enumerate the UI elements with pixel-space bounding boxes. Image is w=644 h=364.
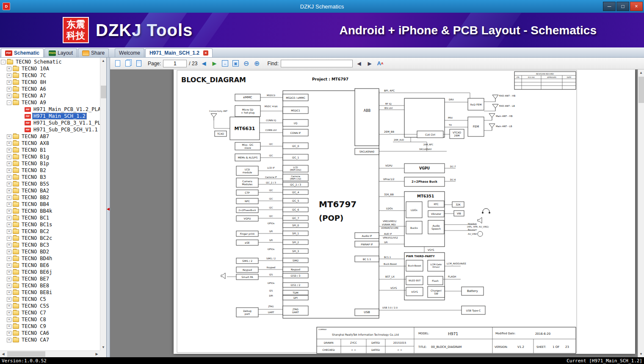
expand-toggle-icon[interactable]: + [7, 80, 11, 85]
expand-toggle-icon[interactable]: + [7, 236, 11, 241]
tree-folder-TECNO BB4k[interactable]: +TECNO BB4k [0, 208, 100, 214]
scroll-left-icon[interactable]: ◀ [0, 351, 6, 358]
tree-folder-TECNO B2[interactable]: +TECNO B2 [0, 167, 100, 174]
tree-folder-TECNO BE7[interactable]: +TECNO BE7 [0, 275, 100, 282]
fit-width-button[interactable]: ↔ [221, 59, 229, 68]
tree-item-label[interactable]: TECNO BB4k [21, 208, 53, 214]
expand-toggle-icon[interactable]: + [7, 141, 11, 146]
tree-item-label[interactable]: TECNO A6 [21, 86, 47, 92]
tree-item-label[interactable]: TECNO BB4 [21, 201, 50, 207]
next-page-button[interactable]: ▶ [210, 59, 218, 68]
expand-toggle-icon[interactable]: + [7, 222, 11, 227]
expand-toggle-icon[interactable]: + [7, 243, 11, 247]
tree-folder-TECNO A6[interactable]: +TECNO A6 [0, 86, 100, 92]
text-size-button[interactable]: AA [376, 59, 384, 68]
expand-toggle-icon[interactable]: + [7, 182, 11, 186]
tree-folder-TECNO AX8[interactable]: +TECNO AX8 [0, 140, 100, 147]
viewer-scrollbar-thumb[interactable] [638, 77, 644, 103]
tree-item-label[interactable]: H971_Sub_PCB_3_V1.1_PLACE [33, 120, 100, 126]
minimize-button[interactable]: ─ [603, 2, 616, 11]
tree-item-label[interactable]: TECNO Schematic [15, 59, 62, 65]
tree-folder-TECNO C7[interactable]: +TECNO C7 [0, 309, 100, 316]
tree-folder-TECNO B1[interactable]: +TECNO B1 [0, 147, 100, 153]
expand-toggle-icon[interactable]: + [7, 304, 11, 308]
tree-scrollbar-thumb[interactable] [101, 86, 106, 98]
tree-item-label[interactable]: TECNO C8 [21, 317, 47, 322]
tree-item-label[interactable]: H971_Sub_PCB_SCH_V1.1 [33, 127, 99, 133]
tree-item-label[interactable]: TECNO BA2 [21, 188, 50, 194]
close-tab-icon[interactable]: × [203, 50, 208, 56]
tree-item-label[interactable]: TECNO BC2 [21, 228, 50, 234]
tree-item-label[interactable]: TECNO BE8 [21, 283, 50, 289]
expand-toggle-icon[interactable]: + [7, 175, 11, 180]
close-button[interactable]: × [630, 2, 643, 11]
tree-vertical-scrollbar[interactable]: ▲ ▼ [100, 58, 106, 350]
tree-item-label[interactable]: TECNO BC1s [21, 222, 53, 228]
tree-folder-TECNO A9[interactable]: -TECNO A9 [0, 99, 100, 106]
tree-item-label[interactable]: TECNO C5S [21, 303, 50, 309]
collapse-toggle-icon[interactable]: - [7, 100, 11, 105]
scroll-up-icon[interactable]: ▲ [100, 58, 106, 64]
tree-item-label[interactable]: TECNO AX8 [21, 140, 50, 146]
tree-folder-TECNO BB4[interactable]: +TECNO BB4 [0, 201, 100, 208]
tree-file-H971_Main_PCB_V1.2_PLACEM[interactable]: PDFH971_Main_PCB_V1.2_PLACEM [0, 106, 100, 113]
expand-toggle-icon[interactable]: + [7, 94, 11, 98]
expand-toggle-icon[interactable]: + [7, 229, 11, 234]
tree-folder-TECNO 10A[interactable]: +TECNO 10A [0, 65, 100, 72]
tree-folder-TECNO B1g[interactable]: +TECNO B1g [0, 153, 100, 160]
maximize-button[interactable]: □ [616, 2, 629, 11]
tree-item-label[interactable]: TECNO 10A [21, 66, 50, 72]
expand-toggle-icon[interactable]: + [7, 283, 11, 288]
tree-folder-TECNO A7[interactable]: +TECNO A7 [0, 92, 100, 99]
tree-item-label[interactable]: TECNO B1 [21, 147, 47, 153]
expand-toggle-icon[interactable]: + [7, 250, 11, 254]
single-page-view-button[interactable] [113, 59, 122, 68]
ribbon-tab-layout[interactable]: PADSLayout [44, 48, 77, 57]
ribbon-tab-schematic[interactable]: PDFSchematic [1, 48, 44, 57]
expand-toggle-icon[interactable]: + [7, 256, 11, 261]
tree-item-label[interactable]: H971_Main_PCB_V1.2_PLACEM [33, 106, 100, 112]
tree-item-label[interactable]: TECNO B3 [21, 174, 47, 180]
tree-folder-TECNO BB2[interactable]: +TECNO BB2 [0, 194, 100, 201]
tree-item-label[interactable]: TECNO CA7 [21, 337, 50, 343]
tree-folder-TECNO B5S[interactable]: +TECNO B5S [0, 181, 100, 187]
tree-item-label[interactable]: TECNO BC1 [21, 215, 50, 221]
tree-item-label[interactable]: TECNO BC2c [21, 235, 53, 241]
tree-folder-TECNO AB7[interactable]: +TECNO AB7 [0, 133, 100, 140]
tree-folder-TECNO C8[interactable]: +TECNO C8 [0, 316, 100, 323]
tree-folder-TECNO CA7[interactable]: +TECNO CA7 [0, 336, 100, 343]
expand-toggle-icon[interactable]: + [7, 297, 11, 302]
facing-page-view-button[interactable] [135, 59, 143, 68]
find-previous-button[interactable]: ◀ [355, 59, 363, 68]
expand-toggle-icon[interactable]: + [7, 195, 11, 200]
expand-toggle-icon[interactable]: + [7, 290, 11, 295]
viewer-vertical-scrollbar[interactable]: ▲ ▼ [638, 69, 644, 357]
tree-item-label[interactable]: TECNO BE6j [21, 269, 53, 275]
tree-folder-TECNO BC3[interactable]: +TECNO BC3 [0, 242, 100, 248]
tree-folder-TECNO C5[interactable]: +TECNO C5 [0, 296, 100, 303]
tree-item-label[interactable]: TECNO AB7 [21, 133, 50, 139]
tree-folder-TECNO BE6[interactable]: +TECNO BE6 [0, 262, 100, 269]
tree-item-label[interactable]: TECNO BC3 [21, 242, 50, 248]
tree-item-label[interactable]: TECNO BD2 [21, 249, 50, 255]
expand-toggle-icon[interactable]: + [7, 148, 11, 153]
tree-item-label[interactable]: TECNO C7 [21, 310, 47, 316]
page-number-input[interactable] [163, 60, 187, 67]
expand-toggle-icon[interactable]: + [7, 168, 11, 173]
panel-splitter[interactable]: ◀ [107, 58, 110, 357]
tree-item-label[interactable]: TECNO BE7 [21, 276, 50, 282]
tree-folder-TECNO Schematic[interactable]: -TECNO Schematic [0, 58, 100, 65]
expand-toggle-icon[interactable]: + [7, 134, 11, 139]
tree-folder-TECNO 7C[interactable]: +TECNO 7C [0, 72, 100, 79]
tree-folder-TECNO 8H[interactable]: +TECNO 8H [0, 79, 100, 86]
tree-folder-TECNO BE6j[interactable]: +TECNO BE6j [0, 269, 100, 275]
tree-folder-TECNO B1p[interactable]: +TECNO B1p [0, 160, 100, 167]
ribbon-tab-share[interactable]: Share [78, 48, 109, 57]
tree-folder-TECNO C5S[interactable]: +TECNO C5S [0, 303, 100, 309]
tree-item-label[interactable]: TECNO A9 [21, 100, 47, 106]
tree-folder-TECNO BC1s[interactable]: +TECNO BC1s [0, 221, 100, 228]
tree-item-label[interactable]: H971_Main_SCH_1.2 [33, 113, 86, 119]
collapse-toggle-icon[interactable]: - [1, 60, 6, 64]
find-input[interactable] [281, 60, 353, 67]
expand-toggle-icon[interactable]: + [7, 331, 11, 336]
